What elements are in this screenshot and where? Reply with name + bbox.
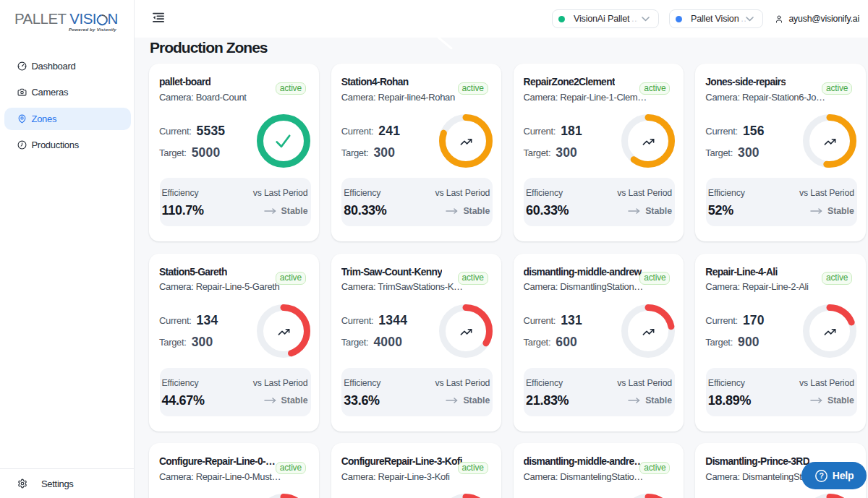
svg-text:?: ? [819,471,823,480]
